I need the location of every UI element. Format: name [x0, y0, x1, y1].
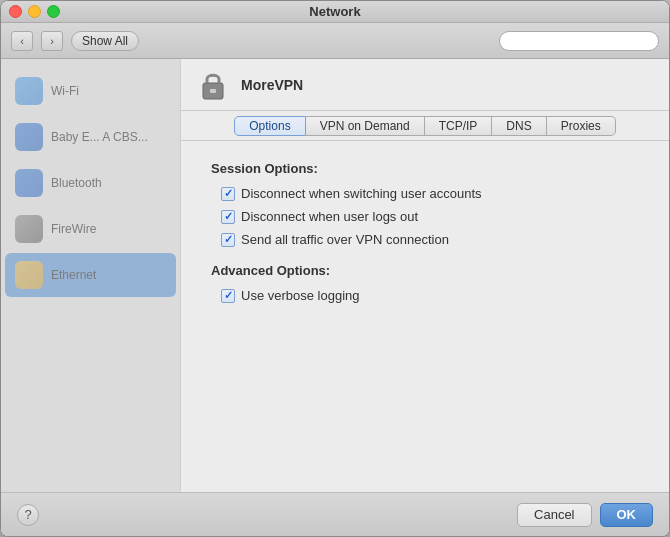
close-button[interactable]: [9, 5, 22, 18]
tab-tcp-ip[interactable]: TCP/IP: [425, 116, 493, 136]
sidebar-label-wifi: Wi-Fi: [51, 84, 79, 98]
window-title: Network: [309, 4, 360, 19]
sidebar-item-ethernet[interactable]: Ethernet: [5, 253, 176, 297]
sidebar-label-baby: Baby E... A CBS...: [51, 130, 148, 144]
sidebar-item-wifi[interactable]: Wi-Fi: [5, 69, 176, 113]
sidebar-item-bluetooth[interactable]: Bluetooth: [5, 161, 176, 205]
toolbar: ‹ › Show All: [1, 23, 669, 59]
tab-bar: Options VPN on Demand TCP/IP DNS Proxies: [181, 111, 669, 141]
main-content: Wi-Fi Baby E... A CBS... Bluetooth FireW…: [1, 59, 669, 492]
window-controls: [1, 5, 60, 18]
checkbox-disconnect-logout[interactable]: ✓: [221, 210, 235, 224]
label-send-traffic: Send all traffic over VPN connection: [241, 232, 449, 247]
advanced-options-label: Advanced Options:: [211, 263, 639, 278]
checkbox-verbose-logging[interactable]: ✓: [221, 289, 235, 303]
bluetooth-icon: [15, 169, 43, 197]
label-verbose-logging: Use verbose logging: [241, 288, 360, 303]
back-button[interactable]: ‹: [11, 31, 33, 51]
tab-vpn-on-demand[interactable]: VPN on Demand: [306, 116, 425, 136]
check-mark-verbose-logging: ✓: [224, 289, 233, 302]
bottom-buttons: Cancel OK: [517, 503, 653, 527]
sidebar-item-baby[interactable]: Baby E... A CBS...: [5, 115, 176, 159]
right-panel: MoreVPN Options VPN on Demand TCP/IP DNS…: [181, 59, 669, 492]
cancel-button[interactable]: Cancel: [517, 503, 591, 527]
forward-button[interactable]: ›: [41, 31, 63, 51]
check-mark-send-traffic: ✓: [224, 233, 233, 246]
checkbox-row-disconnect-switch: ✓ Disconnect when switching user account…: [221, 186, 639, 201]
help-button[interactable]: ?: [17, 504, 39, 526]
show-all-button[interactable]: Show All: [71, 31, 139, 51]
checkbox-disconnect-switch[interactable]: ✓: [221, 187, 235, 201]
vpn-name: MoreVPN: [241, 77, 303, 93]
vpn-header: MoreVPN: [181, 59, 669, 111]
label-disconnect-logout: Disconnect when user logs out: [241, 209, 418, 224]
tab-options[interactable]: Options: [234, 116, 305, 136]
lock-icon: [197, 69, 229, 101]
svg-rect-1: [210, 89, 216, 93]
form-content: Session Options: ✓ Disconnect when switc…: [181, 141, 669, 492]
checkbox-send-traffic[interactable]: ✓: [221, 233, 235, 247]
checkbox-row-send-traffic: ✓ Send all traffic over VPN connection: [221, 232, 639, 247]
tab-proxies[interactable]: Proxies: [547, 116, 616, 136]
search-input[interactable]: [499, 31, 659, 51]
maximize-button[interactable]: [47, 5, 60, 18]
sidebar-label-firewire: FireWire: [51, 222, 96, 236]
vpn-icon: [15, 261, 43, 289]
wifi-icon: [15, 77, 43, 105]
label-disconnect-switch: Disconnect when switching user accounts: [241, 186, 482, 201]
checkbox-row-disconnect-logout: ✓ Disconnect when user logs out: [221, 209, 639, 224]
network-window: Network ‹ › Show All Wi-Fi Baby E... A C…: [0, 0, 670, 537]
sidebar-label-bluetooth: Bluetooth: [51, 176, 102, 190]
titlebar: Network: [1, 1, 669, 23]
checkbox-row-verbose-logging: ✓ Use verbose logging: [221, 288, 639, 303]
sidebar-item-firewire[interactable]: FireWire: [5, 207, 176, 251]
sidebar: Wi-Fi Baby E... A CBS... Bluetooth FireW…: [1, 59, 181, 492]
check-mark-disconnect-logout: ✓: [224, 210, 233, 223]
session-options-label: Session Options:: [211, 161, 639, 176]
minimize-button[interactable]: [28, 5, 41, 18]
sidebar-label-ethernet: Ethernet: [51, 268, 96, 282]
tab-dns[interactable]: DNS: [492, 116, 546, 136]
firewire-icon: [15, 215, 43, 243]
ok-button[interactable]: OK: [600, 503, 654, 527]
network-icon: [15, 123, 43, 151]
bottom-bar: ? Cancel OK: [1, 492, 669, 536]
check-mark-disconnect-switch: ✓: [224, 187, 233, 200]
